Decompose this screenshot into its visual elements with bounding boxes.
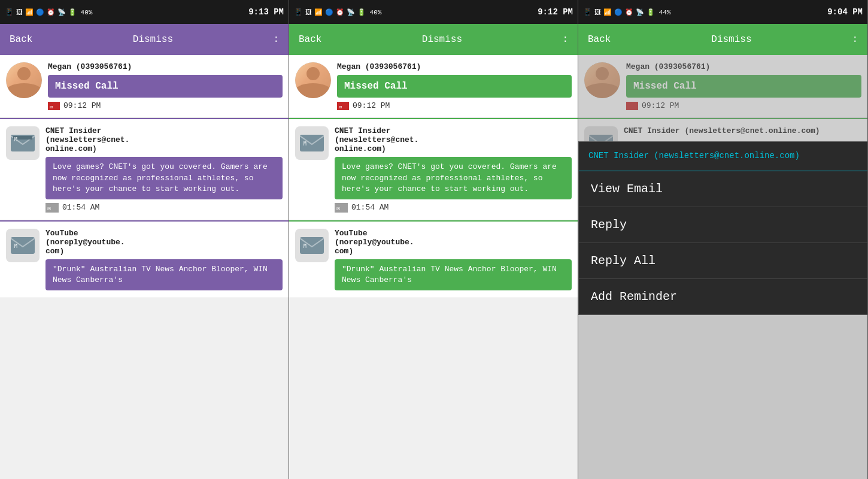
wifi-icon-2: 📡 [347, 8, 355, 16]
time-call-2: ✉ 09:12 PM [337, 101, 572, 110]
back-button-3[interactable]: Back [588, 34, 611, 45]
missed-call-bubble-2: Missed Call [337, 75, 572, 98]
bluetooth-icon-2: 🔵 [325, 8, 333, 16]
avatar-3 [584, 62, 620, 98]
time-icon-3 [626, 102, 638, 110]
email-bubble-yt-1: "Drunk" Australian TV News Anchor Bloope… [45, 259, 283, 290]
time-cnet-2: ✉ 01:54 AM [335, 203, 572, 213]
more-button-3[interactable]: : [852, 34, 858, 45]
mail-svg-yt-1: M [11, 236, 35, 255]
mail-svg-1: M [11, 134, 35, 153]
battery-icon-3: 🔋 44% [647, 8, 670, 16]
notification-list-2: Megan (0393056761) Missed Call ✉ 09:12 P… [289, 55, 578, 479]
sender-cnet-2: CNET Insider (newsletters@cnet. online.c… [335, 126, 572, 153]
battery-icon: 🔋 40% [68, 8, 92, 16]
more-button-2[interactable]: : [562, 34, 568, 45]
back-button-1[interactable]: Back [10, 34, 32, 45]
status-bar-2: 📱 🖼 📶 🔵 ⏰ 📡 🔋 40% 9:12 PM [289, 0, 578, 24]
sender-yt-1: YouTube (noreply@youtube. com) [45, 229, 283, 256]
avatar-2 [295, 62, 331, 98]
header-2: Back Dismiss : [289, 24, 578, 55]
notif-content-call-3: Megan (0393056761) Missed Call 09:12 PM [626, 62, 861, 110]
missed-call-bubble-1: Missed Call [48, 75, 283, 98]
battery-icon-2: 🔋 40% [357, 8, 381, 16]
notif-call-2[interactable]: Megan (0393056761) Missed Call ✉ 09:12 P… [289, 55, 578, 118]
status-time-3: 9:04 PM [827, 7, 863, 17]
signal-icon: 📶 [25, 8, 34, 16]
context-menu: CNET Insider (newsletters@cnet.online.co… [578, 141, 868, 315]
view-email-item[interactable]: View Email [579, 171, 867, 207]
bluetooth-icon-3: 🔵 [614, 8, 623, 16]
email-time-icon-2: ✉ [335, 203, 348, 213]
phone-panel-2: 📱 🖼 📶 🔵 ⏰ 📡 🔋 40% 9:12 PM Back Dismiss :… [289, 0, 578, 479]
sender-cnet-3-bg: CNET Insider (newsletters@cnet.online.co… [624, 126, 861, 135]
notif-email-yt-2[interactable]: M YouTube (noreply@youtube. com) "Drunk"… [289, 222, 578, 298]
sender-call-3: Megan (0393056761) [626, 62, 861, 71]
time-cnet-1: ✉ 01:54 AM [45, 203, 283, 213]
notif-email-cnet-2[interactable]: M CNET Insider (newsletters@cnet. online… [289, 119, 578, 220]
sender-call-1: Megan (0393056761) [48, 62, 283, 71]
wifi-icon: 📡 [57, 8, 66, 16]
email-time-icon-1: ✉ [45, 203, 59, 213]
notif-content-call-1: Megan (0393056761) Missed Call ✉ 09:12 P… [48, 62, 283, 110]
svg-rect-17 [626, 102, 638, 110]
add-reminder-item[interactable]: Add Reminder [579, 279, 867, 314]
image-icon-2: 🖼 [305, 8, 312, 16]
time-call-1: ✉ 09:12 PM [48, 101, 283, 110]
status-icons-3: 📱 🖼 📶 🔵 ⏰ 📡 🔋 44% [583, 8, 670, 17]
mail-icon-cnet-1: M [6, 126, 40, 160]
status-time-1: 9:13 PM [248, 7, 284, 17]
notif-call-3[interactable]: Megan (0393056761) Missed Call 09:12 PM [578, 55, 867, 118]
image-icon: 🖼 [16, 8, 23, 16]
svg-text:✉: ✉ [50, 104, 53, 110]
back-button-2[interactable]: Back [299, 34, 321, 45]
mail-icon-yt-2: M [295, 229, 329, 262]
time-icon-2: ✉ [337, 102, 349, 110]
notification-list-1: Megan (0393056761) Missed Call ✉ 09:12 P… [0, 55, 289, 479]
status-bar-3: 📱 🖼 📶 🔵 ⏰ 📡 🔋 44% 9:04 PM [578, 0, 867, 24]
dropdown-header: CNET Insider (newsletters@cnet.online.co… [579, 142, 867, 171]
svg-text:M: M [304, 244, 306, 249]
mail-icon-cnet-2: M [295, 126, 329, 160]
more-button-1[interactable]: : [273, 34, 279, 45]
wifi-icon-3: 📡 [636, 8, 644, 16]
notif-call-1[interactable]: Megan (0393056761) Missed Call ✉ 09:12 P… [0, 55, 289, 118]
notif-content-yt-2: YouTube (noreply@youtube. com) "Drunk" A… [335, 229, 572, 290]
notif-email-cnet-1[interactable]: M CNET Insider (newsletters@cnet. online… [0, 119, 289, 220]
svg-text:M: M [304, 141, 306, 147]
notif-content-cnet-3-bg: CNET Insider (newsletters@cnet.online.co… [624, 126, 861, 135]
signal-icon-2: 📶 [314, 8, 323, 16]
reply-item[interactable]: Reply [579, 207, 867, 243]
signal-icon-3: 📶 [603, 8, 612, 16]
dismiss-button-1[interactable]: Dismiss [133, 34, 173, 45]
dropdown-sender-text: CNET Insider (newsletters@cnet.online.co… [588, 150, 858, 162]
phone-icon: 📱 [5, 8, 14, 17]
notif-email-yt-1[interactable]: M YouTube (noreply@youtube. com) "Drunk"… [0, 222, 289, 298]
email-bubble-yt-2: "Drunk" Australian TV News Anchor Bloope… [335, 259, 572, 290]
reply-all-item[interactable]: Reply All [579, 243, 867, 279]
mail-svg-2: M [300, 134, 324, 153]
dismiss-button-3[interactable]: Dismiss [711, 34, 751, 45]
phone-panel-3: 📱 🖼 📶 🔵 ⏰ 📡 🔋 44% 9:04 PM Back Dismiss : [578, 0, 868, 479]
notif-content-cnet-2: CNET Insider (newsletters@cnet. online.c… [335, 126, 572, 213]
image-icon-3: 🖼 [594, 8, 601, 16]
header-1: Back Dismiss : [0, 24, 289, 55]
phone-icon-2: 📱 [294, 8, 303, 17]
alarm-icon-2: ⏰ [336, 8, 344, 16]
svg-text:✉: ✉ [336, 205, 340, 211]
svg-text:✉: ✉ [339, 104, 342, 110]
header-3: Back Dismiss : [578, 24, 867, 55]
svg-text:M: M [14, 244, 17, 249]
alarm-icon-3: ⏰ [625, 8, 633, 16]
dismiss-button-2[interactable]: Dismiss [422, 34, 462, 45]
missed-call-bubble-3: Missed Call [626, 75, 861, 98]
status-time-2: 9:12 PM [538, 7, 573, 17]
sender-call-2: Megan (0393056761) [337, 62, 572, 71]
email-bubble-cnet-2: Love games? CNET's got you covered. Game… [335, 157, 572, 199]
bluetooth-icon: 🔵 [36, 8, 44, 16]
notif-content-call-2: Megan (0393056761) Missed Call ✉ 09:12 P… [337, 62, 572, 110]
status-icons-1: 📱 🖼 📶 🔵 ⏰ 📡 🔋 40% [5, 8, 92, 17]
svg-text:M: M [14, 137, 17, 143]
phone-panel-1: 📱 🖼 📶 🔵 ⏰ 📡 🔋 40% 9:13 PM Back Dismiss :… [0, 0, 289, 479]
notif-content-yt-1: YouTube (noreply@youtube. com) "Drunk" A… [45, 229, 283, 290]
